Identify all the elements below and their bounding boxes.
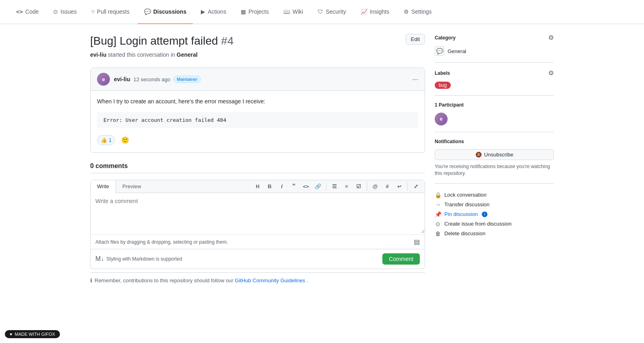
task-list-button[interactable]: ☑ bbox=[353, 181, 364, 192]
lock-conversation-action[interactable]: 🔒 Lock conversation bbox=[435, 190, 554, 200]
nav-projects[interactable]: ▦ Projects bbox=[234, 0, 275, 24]
markdown-icon: M↓ bbox=[95, 255, 104, 263]
toolbar-separator-3 bbox=[407, 183, 408, 191]
pin-discussion-action[interactable]: 📌 Pin discussion i bbox=[435, 209, 554, 219]
create-issue-action[interactable]: ⊙ Create issue from discussion bbox=[435, 219, 554, 229]
card-header: e evi-liu 12 seconds ago Maintainer ··· bbox=[91, 68, 425, 91]
main-content: [Bug] Login attempt failed #4 Edit evi-l… bbox=[90, 34, 425, 288]
trash-icon: 🗑 bbox=[435, 230, 441, 237]
nav-pull-requests[interactable]: ⑂ Pull requests bbox=[85, 0, 136, 24]
nav-wiki[interactable]: 📖 Wiki bbox=[277, 0, 310, 24]
category-name: General bbox=[448, 48, 466, 54]
discussion-author: evi-liu bbox=[114, 76, 130, 82]
sidebar-notifications-section: Notifications 🔕 Unsubscribe You're recei… bbox=[435, 132, 554, 184]
participants-row: e bbox=[435, 113, 554, 125]
code-icon: <> bbox=[16, 8, 23, 15]
nav-security[interactable]: 🛡 Security bbox=[311, 0, 353, 24]
sidebar-labels-section: Labels ⚙ bug bbox=[435, 63, 554, 96]
smiley-icon: 🙂 bbox=[121, 137, 129, 144]
category-gear-icon[interactable]: ⚙ bbox=[548, 34, 554, 41]
thumbsup-reaction[interactable]: 👍 1 bbox=[97, 135, 115, 145]
pin-info-icon: i bbox=[482, 212, 487, 217]
ref-button[interactable]: # bbox=[382, 181, 393, 192]
sidebar-actions-section: 🔒 Lock conversation → Transfer discussio… bbox=[435, 184, 554, 245]
nav-code[interactable]: <> Code bbox=[10, 0, 45, 24]
italic-button[interactable]: I bbox=[276, 181, 287, 192]
mention-button[interactable]: @ bbox=[369, 181, 381, 192]
issues-icon: ⊙ bbox=[53, 8, 58, 15]
link-button[interactable]: 🔗 bbox=[312, 181, 324, 192]
comment-box: Write Preview H B I " <> 🔗 ☰ ≡ ☑ @ # ↩ bbox=[90, 180, 425, 269]
create-issue-icon: ⊙ bbox=[435, 221, 441, 227]
add-reaction-button[interactable]: 🙂 bbox=[118, 134, 132, 146]
heading-button[interactable]: H bbox=[252, 181, 263, 192]
nav-issues[interactable]: ⊙ Issues bbox=[47, 0, 83, 24]
comments-header: 0 comments bbox=[90, 162, 425, 173]
category-title: Category bbox=[435, 35, 456, 41]
undo-button[interactable]: ↩ bbox=[394, 181, 405, 192]
code-block: Error: User account creation failed 404 bbox=[97, 112, 418, 128]
pin-icon: 📌 bbox=[435, 211, 441, 218]
category-bubble-icon: 💬 bbox=[435, 46, 444, 56]
sidebar: Category ⚙ 💬 General Labels ⚙ bug 1 part… bbox=[435, 34, 554, 288]
delete-discussion-action[interactable]: 🗑 Delete discussion bbox=[435, 229, 554, 238]
reaction-row: 👍 1 🙂 bbox=[97, 134, 418, 146]
settings-icon: ⚙ bbox=[404, 8, 409, 15]
notification-body: You're receiving notifications because y… bbox=[435, 163, 554, 177]
ordered-list-button[interactable]: ≡ bbox=[341, 181, 352, 192]
discussions-icon: 💬 bbox=[144, 8, 151, 15]
nav-insights[interactable]: 📈 Insights bbox=[354, 0, 396, 24]
attach-icon: ▤ bbox=[414, 238, 420, 246]
transfer-icon: → bbox=[435, 201, 441, 208]
avatar: e bbox=[97, 73, 110, 86]
comment-textarea[interactable] bbox=[91, 193, 425, 233]
category-item: 💬 General bbox=[435, 46, 554, 56]
attach-area: Attach files by dragging & dropping, sel… bbox=[91, 234, 425, 249]
notifications-title: Notifications bbox=[435, 139, 464, 144]
toolbar-separator-2 bbox=[367, 183, 367, 191]
wiki-icon: 📖 bbox=[283, 8, 290, 15]
unsubscribe-button[interactable]: 🔕 Unsubscribe bbox=[435, 149, 554, 160]
discussion-card: e evi-liu 12 seconds ago Maintainer ··· … bbox=[90, 68, 425, 153]
top-nav: <> Code ⊙ Issues ⑂ Pull requests 💬 Discu… bbox=[0, 0, 644, 24]
bold-button[interactable]: B bbox=[264, 181, 275, 192]
preview-tab[interactable]: Preview bbox=[116, 180, 147, 193]
comment-footer: M↓ Styling with Markdown is supported Co… bbox=[91, 249, 425, 269]
security-icon: 🛡 bbox=[318, 8, 323, 15]
lock-icon: 🔒 bbox=[435, 192, 441, 198]
info-icon: ℹ bbox=[90, 277, 92, 283]
insights-icon: 📈 bbox=[361, 8, 367, 15]
nav-actions[interactable]: ▶ Actions bbox=[194, 0, 233, 24]
info-row: ℹ Remember, contributions to this reposi… bbox=[90, 272, 425, 288]
labels-title: Labels bbox=[435, 70, 450, 76]
discussion-body: When I try to create an account, here's … bbox=[97, 97, 418, 106]
sidebar-category-section: Category ⚙ 💬 General bbox=[435, 34, 554, 63]
write-tab[interactable]: Write bbox=[91, 180, 116, 193]
participant-avatar[interactable]: e bbox=[435, 113, 448, 125]
thumbsup-emoji: 👍 bbox=[101, 137, 107, 143]
transfer-discussion-action[interactable]: → Transfer discussion bbox=[435, 200, 554, 209]
community-guidelines-link[interactable]: GitHub Community Guidelines bbox=[235, 277, 305, 283]
nav-settings[interactable]: ⚙ Settings bbox=[397, 0, 438, 24]
participants-title: 1 participant bbox=[435, 102, 464, 108]
toolbar-separator bbox=[326, 183, 326, 191]
pull-request-icon: ⑂ bbox=[91, 8, 95, 15]
edit-button[interactable]: Edit bbox=[406, 34, 425, 45]
maintainer-badge: Maintainer bbox=[173, 76, 200, 83]
code-button[interactable]: <> bbox=[300, 181, 312, 192]
fullscreen-button[interactable]: ⤢ bbox=[410, 181, 421, 192]
comment-submit-button[interactable]: Comment bbox=[382, 253, 420, 265]
unordered-list-button[interactable]: ☰ bbox=[329, 181, 340, 192]
labels-gear-icon[interactable]: ⚙ bbox=[548, 69, 554, 77]
card-menu-button[interactable]: ··· bbox=[412, 76, 418, 83]
bug-label: bug bbox=[435, 82, 451, 89]
subtitle: evi-liu started this conversation in Gen… bbox=[90, 51, 425, 58]
page-title: [Bug] Login attempt failed #4 bbox=[90, 34, 233, 48]
card-body: When I try to create an account, here's … bbox=[91, 91, 425, 152]
sidebar-participants-section: 1 participant e bbox=[435, 96, 554, 132]
actions-icon: ▶ bbox=[201, 8, 205, 15]
projects-icon: ▦ bbox=[241, 8, 246, 15]
nav-discussions[interactable]: 💬 Discussions bbox=[138, 0, 193, 24]
quote-button[interactable]: " bbox=[288, 181, 299, 192]
comment-tabs: Write Preview H B I " <> 🔗 ☰ ≡ ☑ @ # ↩ bbox=[91, 180, 425, 193]
